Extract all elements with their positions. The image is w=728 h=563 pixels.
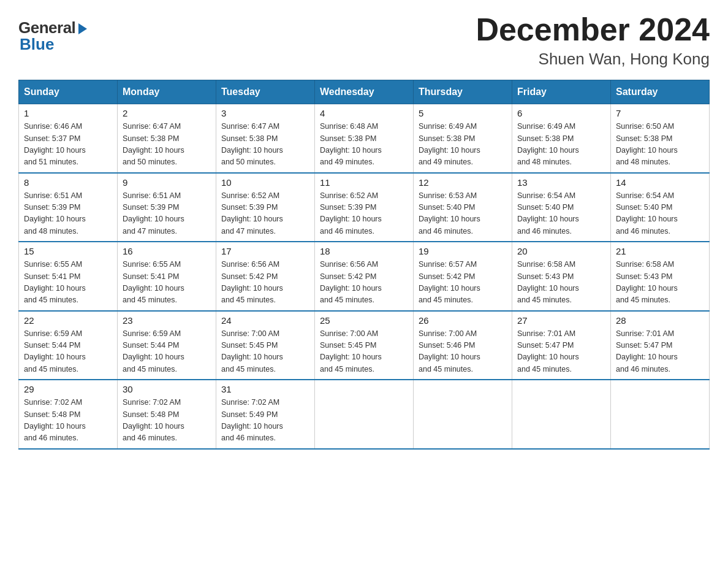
day-info: Sunrise: 7:02 AM Sunset: 5:48 PM Dayligh… bbox=[24, 397, 112, 445]
calendar-cell: 30Sunrise: 7:02 AM Sunset: 5:48 PM Dayli… bbox=[118, 380, 216, 449]
day-number: 9 bbox=[123, 177, 211, 188]
calendar-cell: 18Sunrise: 6:56 AM Sunset: 5:42 PM Dayli… bbox=[315, 242, 414, 311]
day-info: Sunrise: 6:49 AM Sunset: 5:38 PM Dayligh… bbox=[517, 121, 605, 169]
day-info: Sunrise: 6:47 AM Sunset: 5:38 PM Dayligh… bbox=[123, 121, 211, 169]
month-year-title: December 2024 bbox=[476, 12, 710, 47]
day-number: 31 bbox=[221, 384, 309, 394]
day-info: Sunrise: 6:58 AM Sunset: 5:43 PM Dayligh… bbox=[616, 259, 704, 307]
calendar-week-row: 1Sunrise: 6:46 AM Sunset: 5:37 PM Daylig… bbox=[19, 104, 710, 173]
day-info: Sunrise: 7:01 AM Sunset: 5:47 PM Dayligh… bbox=[616, 328, 704, 376]
day-number: 24 bbox=[221, 315, 309, 326]
day-number: 20 bbox=[517, 246, 605, 256]
calendar-week-row: 22Sunrise: 6:59 AM Sunset: 5:44 PM Dayli… bbox=[19, 311, 710, 380]
calendar-cell: 11Sunrise: 6:52 AM Sunset: 5:39 PM Dayli… bbox=[315, 173, 414, 242]
day-info: Sunrise: 6:54 AM Sunset: 5:40 PM Dayligh… bbox=[517, 190, 605, 238]
calendar-cell: 7Sunrise: 6:50 AM Sunset: 5:38 PM Daylig… bbox=[611, 104, 710, 173]
day-info: Sunrise: 6:55 AM Sunset: 5:41 PM Dayligh… bbox=[123, 259, 211, 307]
day-info: Sunrise: 6:53 AM Sunset: 5:40 PM Dayligh… bbox=[419, 190, 507, 238]
calendar-cell: 19Sunrise: 6:57 AM Sunset: 5:42 PM Dayli… bbox=[414, 242, 512, 311]
day-number: 29 bbox=[24, 384, 112, 394]
day-number: 19 bbox=[419, 246, 507, 256]
day-info: Sunrise: 6:47 AM Sunset: 5:38 PM Dayligh… bbox=[221, 121, 309, 169]
day-number: 30 bbox=[123, 384, 211, 394]
calendar-cell: 1Sunrise: 6:46 AM Sunset: 5:37 PM Daylig… bbox=[19, 104, 118, 173]
day-info: Sunrise: 7:00 AM Sunset: 5:45 PM Dayligh… bbox=[221, 328, 309, 376]
day-info: Sunrise: 6:56 AM Sunset: 5:42 PM Dayligh… bbox=[221, 259, 309, 307]
day-number: 13 bbox=[517, 177, 605, 188]
logo: General Blue bbox=[18, 12, 87, 54]
logo-triangle-icon bbox=[78, 23, 87, 34]
calendar-cell: 29Sunrise: 7:02 AM Sunset: 5:48 PM Dayli… bbox=[19, 380, 118, 449]
day-info: Sunrise: 6:59 AM Sunset: 5:44 PM Dayligh… bbox=[123, 328, 211, 376]
day-number: 17 bbox=[221, 246, 309, 256]
calendar-cell: 3Sunrise: 6:47 AM Sunset: 5:38 PM Daylig… bbox=[216, 104, 315, 173]
day-info: Sunrise: 7:00 AM Sunset: 5:45 PM Dayligh… bbox=[320, 328, 408, 376]
header-thursday: Thursday bbox=[414, 80, 512, 104]
day-number: 25 bbox=[320, 315, 408, 326]
day-info: Sunrise: 6:56 AM Sunset: 5:42 PM Dayligh… bbox=[320, 259, 408, 307]
day-info: Sunrise: 6:52 AM Sunset: 5:39 PM Dayligh… bbox=[320, 190, 408, 238]
logo-blue-text: Blue bbox=[18, 35, 54, 54]
day-number: 1 bbox=[24, 108, 112, 118]
calendar-cell: 20Sunrise: 6:58 AM Sunset: 5:43 PM Dayli… bbox=[512, 242, 611, 311]
header-sunday: Sunday bbox=[19, 80, 118, 104]
calendar-cell: 16Sunrise: 6:55 AM Sunset: 5:41 PM Dayli… bbox=[118, 242, 216, 311]
calendar-cell bbox=[611, 380, 710, 449]
calendar-cell: 25Sunrise: 7:00 AM Sunset: 5:45 PM Dayli… bbox=[315, 311, 414, 380]
calendar-week-row: 15Sunrise: 6:55 AM Sunset: 5:41 PM Dayli… bbox=[19, 242, 710, 311]
calendar-cell: 4Sunrise: 6:48 AM Sunset: 5:38 PM Daylig… bbox=[315, 104, 414, 173]
day-info: Sunrise: 6:55 AM Sunset: 5:41 PM Dayligh… bbox=[24, 259, 112, 307]
calendar-cell bbox=[315, 380, 414, 449]
day-info: Sunrise: 6:51 AM Sunset: 5:39 PM Dayligh… bbox=[123, 190, 211, 238]
day-number: 16 bbox=[123, 246, 211, 256]
day-number: 3 bbox=[221, 108, 309, 118]
calendar-cell bbox=[512, 380, 611, 449]
calendar-cell bbox=[414, 380, 512, 449]
day-info: Sunrise: 6:50 AM Sunset: 5:38 PM Dayligh… bbox=[616, 121, 704, 169]
day-info: Sunrise: 6:49 AM Sunset: 5:38 PM Dayligh… bbox=[419, 121, 507, 169]
calendar-cell: 12Sunrise: 6:53 AM Sunset: 5:40 PM Dayli… bbox=[414, 173, 512, 242]
day-info: Sunrise: 6:57 AM Sunset: 5:42 PM Dayligh… bbox=[419, 259, 507, 307]
day-number: 5 bbox=[419, 108, 507, 118]
day-number: 14 bbox=[616, 177, 704, 188]
header-monday: Monday bbox=[118, 80, 216, 104]
day-number: 26 bbox=[419, 315, 507, 326]
day-number: 2 bbox=[123, 108, 211, 118]
day-info: Sunrise: 6:52 AM Sunset: 5:39 PM Dayligh… bbox=[221, 190, 309, 238]
page-header: General Blue December 2024 Shuen Wan, Ho… bbox=[18, 12, 710, 69]
day-info: Sunrise: 7:02 AM Sunset: 5:49 PM Dayligh… bbox=[221, 397, 309, 445]
calendar-cell: 10Sunrise: 6:52 AM Sunset: 5:39 PM Dayli… bbox=[216, 173, 315, 242]
calendar-header-row: SundayMondayTuesdayWednesdayThursdayFrid… bbox=[19, 80, 710, 104]
location-subtitle: Shuen Wan, Hong Kong bbox=[476, 50, 710, 69]
day-info: Sunrise: 7:01 AM Sunset: 5:47 PM Dayligh… bbox=[517, 328, 605, 376]
calendar-table: SundayMondayTuesdayWednesdayThursdayFrid… bbox=[18, 80, 710, 450]
calendar-cell: 15Sunrise: 6:55 AM Sunset: 5:41 PM Dayli… bbox=[19, 242, 118, 311]
day-number: 23 bbox=[123, 315, 211, 326]
day-info: Sunrise: 6:54 AM Sunset: 5:40 PM Dayligh… bbox=[616, 190, 704, 238]
calendar-cell: 2Sunrise: 6:47 AM Sunset: 5:38 PM Daylig… bbox=[118, 104, 216, 173]
day-info: Sunrise: 6:59 AM Sunset: 5:44 PM Dayligh… bbox=[24, 328, 112, 376]
day-number: 27 bbox=[517, 315, 605, 326]
day-info: Sunrise: 7:00 AM Sunset: 5:46 PM Dayligh… bbox=[419, 328, 507, 376]
day-number: 7 bbox=[616, 108, 704, 118]
day-info: Sunrise: 7:02 AM Sunset: 5:48 PM Dayligh… bbox=[123, 397, 211, 445]
day-info: Sunrise: 6:51 AM Sunset: 5:39 PM Dayligh… bbox=[24, 190, 112, 238]
calendar-cell: 26Sunrise: 7:00 AM Sunset: 5:46 PM Dayli… bbox=[414, 311, 512, 380]
day-info: Sunrise: 6:46 AM Sunset: 5:37 PM Dayligh… bbox=[24, 121, 112, 169]
calendar-cell: 28Sunrise: 7:01 AM Sunset: 5:47 PM Dayli… bbox=[611, 311, 710, 380]
day-number: 11 bbox=[320, 177, 408, 188]
calendar-cell: 24Sunrise: 7:00 AM Sunset: 5:45 PM Dayli… bbox=[216, 311, 315, 380]
header-tuesday: Tuesday bbox=[216, 80, 315, 104]
calendar-cell: 6Sunrise: 6:49 AM Sunset: 5:38 PM Daylig… bbox=[512, 104, 611, 173]
day-number: 18 bbox=[320, 246, 408, 256]
calendar-cell: 14Sunrise: 6:54 AM Sunset: 5:40 PM Dayli… bbox=[611, 173, 710, 242]
day-info: Sunrise: 6:58 AM Sunset: 5:43 PM Dayligh… bbox=[517, 259, 605, 307]
day-number: 4 bbox=[320, 108, 408, 118]
calendar-cell: 9Sunrise: 6:51 AM Sunset: 5:39 PM Daylig… bbox=[118, 173, 216, 242]
calendar-cell: 21Sunrise: 6:58 AM Sunset: 5:43 PM Dayli… bbox=[611, 242, 710, 311]
calendar-cell: 8Sunrise: 6:51 AM Sunset: 5:39 PM Daylig… bbox=[19, 173, 118, 242]
header-saturday: Saturday bbox=[611, 80, 710, 104]
day-info: Sunrise: 6:48 AM Sunset: 5:38 PM Dayligh… bbox=[320, 121, 408, 169]
day-number: 22 bbox=[24, 315, 112, 326]
calendar-week-row: 8Sunrise: 6:51 AM Sunset: 5:39 PM Daylig… bbox=[19, 173, 710, 242]
